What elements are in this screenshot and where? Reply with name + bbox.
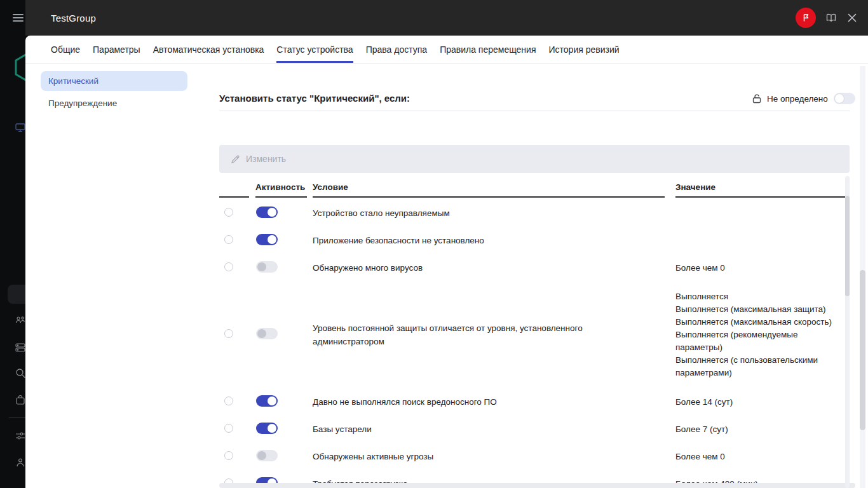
condition-row: Базы устарелиБолее 7 (сут) (219, 416, 850, 443)
status-type-nav: Критический Предупреждение (41, 71, 187, 116)
select-column-header (219, 178, 249, 198)
group-properties-panel: Общие Параметры Автоматическая установка… (25, 36, 868, 488)
flag-badge-icon[interactable] (796, 8, 816, 28)
value-cell: ВыполняетсяВыполняется (максимальная защ… (675, 290, 834, 379)
servers-icon[interactable] (15, 342, 25, 353)
condition-column-header: Условие (313, 178, 665, 198)
value-line: Выполняется (максимальная скорость) (675, 316, 834, 329)
users-icon[interactable] (15, 316, 25, 326)
value-line: Выполняется (рекомендуемые параметры) (675, 329, 834, 354)
activity-toggle[interactable] (256, 261, 278, 273)
condition-label: Обнаружены активные угрозы (313, 450, 611, 463)
row-select-radio[interactable] (224, 329, 233, 338)
left-rail (0, 0, 25, 488)
rail-divider (9, 417, 25, 418)
tab-status-ustroystva[interactable]: Статус устройства (276, 36, 353, 63)
page-scrollbar-thumb[interactable] (860, 270, 865, 430)
window-titlebar: TestGroup (25, 0, 868, 36)
tabs-bar: Общие Параметры Автоматическая установка… (25, 36, 868, 64)
conditions-table-header: Активность Условие Значение (219, 178, 850, 198)
tab-obshchie[interactable]: Общие (51, 36, 80, 63)
menu-hamburger-icon[interactable] (13, 14, 24, 23)
value-line: Выполняется (максимальная защита) (675, 303, 834, 316)
toggle-knob (268, 235, 276, 244)
rail-selected-item (8, 285, 25, 304)
activity-toggle[interactable] (256, 395, 278, 407)
help-book-icon[interactable] (826, 13, 836, 23)
tab-istoriya-reviziy[interactable]: История ревизий (549, 36, 620, 63)
section-heading: Установить статус "Критический", если: (219, 93, 410, 104)
close-icon[interactable] (847, 13, 857, 23)
unlocked-padlock-icon (752, 93, 762, 104)
condition-row: Приложение безопасности не установлено (219, 227, 850, 254)
row-select-radio[interactable] (224, 262, 233, 271)
value-line: Более 14 (сут) (675, 396, 834, 409)
row-select-radio[interactable] (224, 208, 233, 217)
nav-item-preduprezhdenie[interactable]: Предупреждение (41, 93, 187, 113)
row-select-radio[interactable] (224, 396, 233, 405)
value-line: Более чем 0 (675, 451, 834, 463)
conditions-rows: Устройство стало неуправляемымПриложение… (219, 200, 850, 488)
row-select-radio[interactable] (224, 424, 233, 433)
condition-label: Базы устарели (313, 423, 611, 436)
kaspersky-logo-icon (11, 52, 25, 83)
condition-row: Уровень постоянной защиты отличается от … (219, 281, 850, 388)
toggle-knob (268, 396, 276, 405)
user-profile-icon[interactable] (15, 458, 25, 468)
app-window: TestGroup Общие Параметры Автоматическая… (0, 0, 868, 488)
activity-toggle[interactable] (256, 423, 278, 434)
settings-sliders-icon[interactable] (15, 431, 25, 441)
nav-item-kriticheskiy[interactable]: Критический (41, 71, 187, 91)
horizontal-scrollbar[interactable] (219, 483, 855, 488)
condition-label: Обнаружено много вирусов (313, 261, 611, 274)
value-column-header: Значение (675, 178, 850, 198)
table-toolbar: Изменить (219, 145, 850, 173)
search-icon[interactable] (15, 368, 25, 379)
row-select-radio[interactable] (224, 235, 233, 244)
table-scrollbar-thumb[interactable] (845, 196, 850, 296)
tab-parametry[interactable]: Параметры (93, 36, 140, 63)
toggle-knob (257, 262, 266, 271)
tab-prava-dostupa[interactable]: Права доступа (366, 36, 427, 63)
group-title: TestGroup (51, 0, 96, 36)
tab-avtomaticheskaya-ustanovka[interactable]: Автоматическая установка (153, 36, 264, 63)
condition-row: Давно не выполнялся поиск вредоносного П… (219, 388, 850, 416)
condition-label: Приложение безопасности не установлено (313, 234, 611, 247)
value-cell: Более 14 (сут) (675, 396, 834, 409)
activity-toggle[interactable] (256, 450, 278, 461)
activity-toggle[interactable] (256, 234, 278, 245)
value-cell: Более чем 0 (675, 262, 834, 274)
activity-toggle[interactable] (256, 207, 278, 218)
condition-label: Устройство стало неуправляемым (313, 207, 611, 220)
condition-label: Давно не выполнялся поиск вредоносного П… (313, 395, 611, 409)
monitor-icon[interactable] (15, 123, 25, 133)
undefined-lock-row: Не определено (752, 93, 855, 104)
bag-icon[interactable] (15, 395, 25, 405)
toggle-knob (268, 424, 276, 433)
toggle-knob (257, 451, 266, 460)
condition-row: Обнаружено много вирусовБолее чем 0 (219, 254, 850, 281)
edit-pencil-icon (231, 154, 240, 164)
undefined-label: Не определено (767, 94, 828, 104)
value-line: Выполняется (675, 290, 834, 303)
value-cell: Более чем 0 (675, 451, 834, 463)
edit-button[interactable]: Изменить (246, 154, 286, 164)
value-line: Более чем 0 (675, 262, 834, 274)
value-cell: Более 7 (сут) (675, 423, 834, 436)
undefined-toggle[interactable] (834, 93, 855, 104)
heading-divider (219, 111, 850, 111)
tab-pravila-peremeshcheniya[interactable]: Правила перемещения (440, 36, 536, 63)
toggle-knob (257, 329, 266, 338)
value-line: Выполняется (с пользовательскими парамет… (675, 354, 834, 379)
value-line: Более 7 (сут) (675, 423, 834, 436)
condition-row: Обнаружены активные угрозыБолее чем 0 (219, 443, 850, 470)
condition-row: Устройство стало неуправляемым (219, 200, 850, 227)
activity-toggle[interactable] (256, 328, 278, 339)
row-select-radio[interactable] (224, 451, 233, 460)
toggle-knob (268, 208, 276, 217)
activity-column-header: Активность (255, 178, 307, 198)
condition-label: Уровень постоянной защиты отличается от … (313, 322, 611, 348)
